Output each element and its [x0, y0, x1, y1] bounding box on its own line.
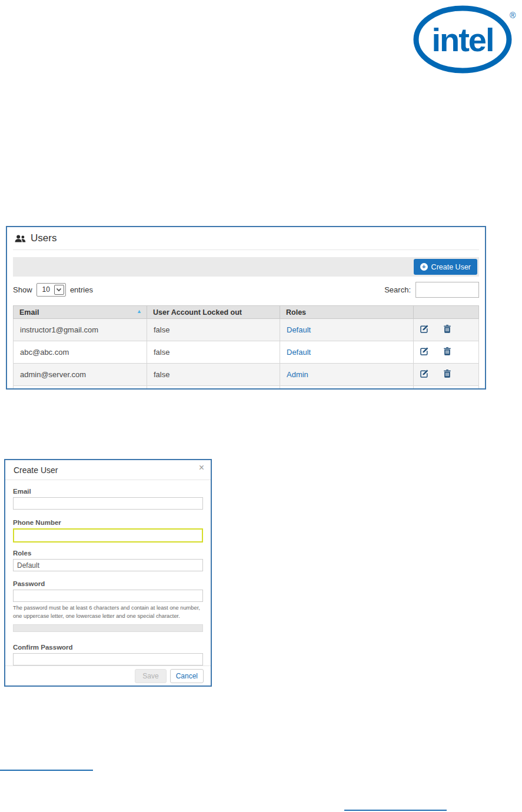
intel-swirl-icon: intel ®	[412, 2, 520, 76]
users-icon	[15, 235, 26, 242]
email-field[interactable]	[13, 497, 203, 510]
chevron-down-icon	[54, 285, 64, 295]
delete-user-button[interactable]	[444, 370, 451, 380]
trash-icon	[444, 370, 451, 378]
cell-locked: false	[147, 364, 280, 386]
edit-icon	[420, 325, 428, 333]
search-label: Search:	[384, 285, 411, 294]
edit-icon	[420, 347, 428, 355]
delete-user-button[interactable]	[444, 347, 451, 357]
table-controls: Show 10 entries Search:	[13, 281, 479, 298]
trash-icon	[444, 325, 451, 333]
column-label-email: Email	[19, 308, 39, 317]
roles-label: Roles	[13, 550, 203, 557]
column-header-locked[interactable]: User Account Locked out	[147, 306, 280, 319]
password-hint: The password must be at least 6 characte…	[13, 604, 203, 620]
cell-email: admin@server.com	[14, 364, 147, 386]
edit-user-button[interactable]	[420, 370, 428, 380]
sort-asc-icon: ▲	[137, 308, 142, 314]
cell-roles: Admin	[280, 364, 414, 386]
edit-user-button[interactable]	[420, 347, 428, 357]
page-title: Users	[31, 232, 56, 244]
modal-footer: Save Cancel	[5, 665, 211, 685]
search-control: Search:	[384, 282, 479, 298]
confirm-password-field-group: Confirm Password	[13, 644, 203, 665]
entries-select[interactable]: 10	[36, 283, 66, 297]
cell-locked: false	[147, 341, 280, 364]
users-panel: Users + Create User Show 10 entries Sear…	[6, 226, 486, 390]
column-header-actions	[414, 306, 479, 319]
role-link[interactable]: Default	[287, 348, 311, 357]
modal-body: Email Phone Number Roles Password The pa…	[5, 480, 211, 665]
edit-user-button[interactable]	[420, 325, 428, 335]
phone-field-group: Phone Number	[13, 519, 203, 543]
entries-control: Show 10 entries	[13, 283, 93, 297]
footnote-divider	[0, 770, 93, 771]
users-toolbar: + Create User	[13, 257, 479, 277]
role-link[interactable]: Admin	[287, 370, 308, 379]
column-header-roles[interactable]: Roles	[280, 306, 414, 319]
password-label: Password	[13, 580, 203, 587]
footer-link-underline	[344, 810, 447, 811]
password-strength-bar	[13, 624, 203, 632]
table-row: admin@server.com false Admin	[14, 364, 479, 386]
users-panel-title: Users	[15, 232, 56, 244]
phone-field[interactable]	[13, 528, 203, 543]
intel-logo: intel ®	[412, 2, 520, 76]
users-table: Email ▲ User Account Locked out Roles in…	[13, 305, 479, 388]
password-field-group: Password The password must be at least 6…	[13, 580, 203, 632]
intel-logo-text: intel	[431, 21, 493, 58]
confirm-password-field[interactable]	[13, 653, 203, 665]
cell-actions	[414, 319, 479, 341]
delete-user-button[interactable]	[444, 325, 451, 335]
users-table-wrap: Email ▲ User Account Locked out Roles in…	[13, 305, 479, 388]
cell-actions	[414, 364, 479, 386]
roles-field[interactable]	[13, 559, 203, 571]
table-row: abc@abc.com false Default	[14, 341, 479, 364]
table-row-partial	[14, 386, 479, 389]
registered-mark: ®	[510, 11, 516, 20]
cell-locked: false	[147, 319, 280, 341]
role-link[interactable]: Default	[287, 325, 311, 334]
title-divider	[13, 249, 479, 250]
cell-roles: Default	[280, 319, 414, 341]
cancel-button[interactable]: Cancel	[170, 669, 204, 683]
email-field-group: Email	[13, 488, 203, 510]
trash-icon	[444, 347, 451, 355]
modal-title: Create User	[14, 465, 58, 475]
confirm-password-label: Confirm Password	[13, 644, 203, 651]
create-user-button-label: Create User	[431, 263, 471, 271]
table-row: instructor1@gmail.com false Default	[14, 319, 479, 341]
cell-email: instructor1@gmail.com	[14, 319, 147, 341]
create-user-button[interactable]: + Create User	[414, 259, 477, 275]
cell-email: abc@abc.com	[14, 341, 147, 364]
phone-label: Phone Number	[13, 519, 203, 526]
entries-selected-value: 10	[42, 285, 50, 294]
password-field[interactable]	[13, 590, 203, 602]
save-button[interactable]: Save	[135, 669, 166, 683]
modal-header: Create User ×	[5, 460, 211, 480]
create-user-modal: Create User × Email Phone Number Roles P…	[4, 459, 212, 687]
cell-roles: Default	[280, 341, 414, 364]
roles-field-group: Roles	[13, 550, 203, 571]
close-icon[interactable]: ×	[199, 463, 204, 472]
show-label: Show	[13, 285, 32, 294]
edit-icon	[420, 370, 428, 378]
cell-actions	[414, 341, 479, 364]
plus-circle-icon: +	[420, 263, 428, 271]
table-header-row: Email ▲ User Account Locked out Roles	[14, 306, 479, 319]
entries-label: entries	[70, 285, 93, 294]
column-header-email[interactable]: Email ▲	[14, 306, 147, 319]
email-label: Email	[13, 488, 203, 495]
search-input[interactable]	[415, 282, 479, 298]
